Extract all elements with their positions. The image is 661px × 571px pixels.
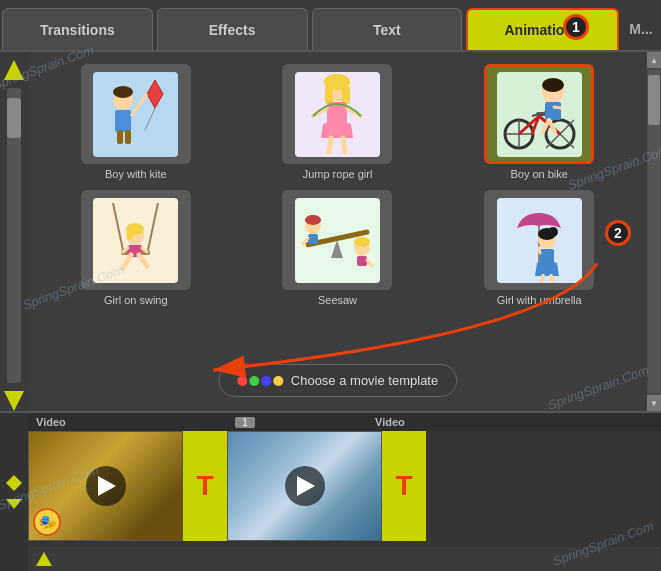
svg-line-19 [343,138,345,152]
girl-umbrella-illustration [497,198,582,283]
animation-label: Boy on bike [510,168,567,180]
timeline-footer [28,547,661,571]
badge-two: 2 [605,220,631,246]
svg-rect-12 [325,86,333,104]
animation-label: Jump rope girl [303,168,373,180]
template-btn-label: Choose a movie template [291,373,438,388]
list-item[interactable]: Seesaw [242,190,434,306]
timeline: Video 1 Video [0,411,661,571]
svg-point-8 [113,86,133,98]
play-button-1[interactable] [86,466,126,506]
tab-more[interactable]: M... [621,8,661,50]
badge-one: 1 [563,14,589,40]
list-item[interactable]: Boy with kite [40,64,232,180]
scroll-thumb [648,75,660,125]
tab-bar: Transitions Effects Text Animations M... [0,0,661,52]
svg-text:🎭: 🎭 [39,514,57,531]
video-track: 🎭 T [28,431,661,547]
animation-label: Seesaw [318,294,357,306]
left-sidebar [0,52,28,411]
sidebar-scrollbar[interactable] [7,88,21,383]
timeline-content: Video 1 Video [0,413,661,571]
animation-grid-area: Boy with kite [28,52,647,411]
timeline-icon [6,475,22,491]
boy-bike-illustration [497,72,582,157]
svg-rect-0 [93,72,178,157]
scroll-down-btn[interactable]: ▼ [647,395,661,411]
transition-letter: T [196,470,213,502]
svg-rect-34 [536,112,546,116]
video-label-1: Video [36,416,191,428]
video-label-2: Video [375,416,405,428]
timeline-down-arrow [6,499,22,509]
girl-swing-illustration [93,198,178,283]
template-dots-icon [237,376,283,386]
svg-rect-13 [342,86,350,104]
video-clip-2[interactable] [227,431,382,541]
svg-rect-47 [127,228,133,240]
scroll-up-btn[interactable]: ▲ [647,52,661,68]
svg-rect-4 [115,110,131,132]
svg-rect-7 [125,130,131,144]
animation-thumb-girl-umbrella[interactable] [484,190,594,290]
svg-point-57 [305,215,321,225]
track-labels-row: Video 1 Video [28,413,661,431]
play-icon-2 [297,476,315,496]
right-scrollbar[interactable]: ▲ ▼ [647,52,661,411]
tab-text[interactable]: Text [312,8,463,50]
timeline-tracks: Video 1 Video [28,413,661,571]
svg-point-36 [542,78,564,92]
svg-line-72 [541,276,543,283]
scroll-down-arrow[interactable] [4,391,24,411]
animation-label: Girl on swing [104,294,168,306]
animation-thumb-jump-rope[interactable] [282,64,392,164]
content-area: Boy with kite [0,52,661,411]
svg-rect-58 [308,234,318,244]
list-item[interactable]: Jump rope girl [242,64,434,180]
animation-grid: Boy with kite [40,64,635,306]
list-item[interactable]: Girl with umbrella [443,190,635,306]
transition-block-2[interactable]: T [382,431,426,541]
transition-letter-2: T [395,470,412,502]
track-number: 1 [235,417,255,428]
svg-rect-6 [117,130,123,144]
svg-line-38 [554,107,561,108]
animation-label: Girl with umbrella [497,294,582,306]
boy-kite-illustration [93,72,178,157]
animation-thumb-boy-kite[interactable] [81,64,191,164]
animation-thumb-girl-swing[interactable] [81,190,191,290]
list-item[interactable]: Girl on swing [40,190,232,306]
choose-template-button[interactable]: Choose a movie template [218,364,457,397]
svg-point-61 [354,237,370,247]
svg-rect-37 [545,102,561,120]
seesaw-illustration [295,198,380,283]
play-icon-1 [98,476,116,496]
main-container: Transitions Effects Text Animations M...… [0,0,661,571]
svg-line-73 [551,276,553,283]
clip-sticker-badge: 🎭 [33,508,61,536]
tab-transitions[interactable]: Transitions [2,8,153,50]
animation-thumb-boy-bike[interactable] [484,64,594,164]
svg-point-68 [548,227,558,237]
jump-rope-illustration [295,72,380,157]
tab-animations[interactable]: Animations [466,8,619,50]
svg-line-18 [329,138,331,152]
video-clip-1[interactable]: 🎭 [28,431,183,541]
svg-rect-62 [357,256,367,266]
play-button-2[interactable] [285,466,325,506]
scroll-up-arrow[interactable] [4,60,24,80]
footer-arrow-icon [36,552,52,566]
svg-line-71 [539,248,540,253]
tab-effects[interactable]: Effects [157,8,308,50]
scroll-track[interactable] [648,70,660,393]
transition-block[interactable]: T [183,431,227,541]
animation-label: Boy with kite [105,168,167,180]
list-item[interactable]: Boy on bike [443,64,635,180]
template-btn-container: Choose a movie template [218,364,457,397]
timeline-left-panel [0,413,28,571]
scrollbar-thumb [7,98,21,138]
animation-thumb-seesaw[interactable] [282,190,392,290]
